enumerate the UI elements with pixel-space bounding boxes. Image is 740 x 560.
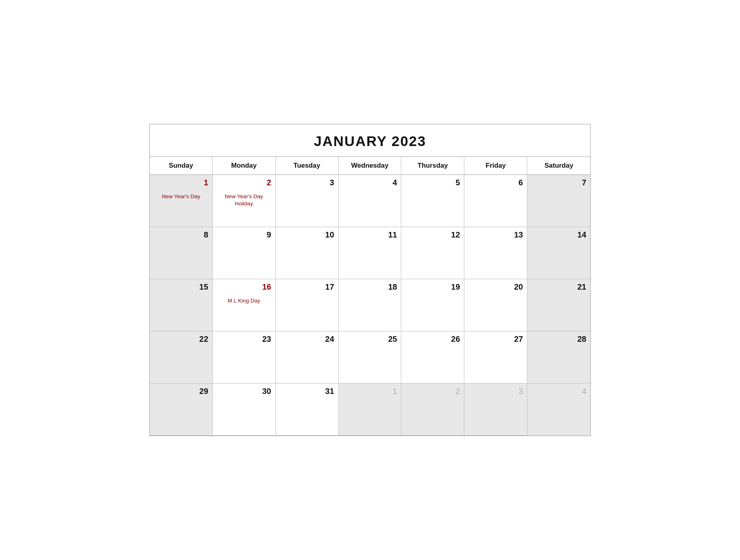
day-header-tuesday: Tuesday [276, 157, 339, 174]
event-label: New Year's Day [154, 193, 208, 200]
day-number: 16 [217, 282, 271, 292]
calendar-cell[interactable]: 22 [150, 331, 213, 383]
day-number: 28 [531, 335, 586, 344]
calendar-cell[interactable]: 25 [339, 331, 402, 383]
calendar: JANUARY 2023 SundayMondayTuesdayWednesda… [149, 124, 591, 436]
calendar-cell[interactable]: 17 [276, 279, 339, 331]
day-number: 4 [343, 178, 397, 187]
day-number: 2 [217, 178, 271, 187]
day-number: 18 [343, 282, 397, 292]
calendar-cell[interactable]: 28 [527, 331, 590, 383]
day-number: 3 [280, 178, 334, 187]
calendar-cell[interactable]: 20 [464, 279, 527, 331]
calendar-cell[interactable]: 2New Year's Day Holiday [213, 175, 276, 227]
calendar-cell[interactable]: 10 [276, 227, 339, 279]
calendar-cell[interactable]: 23 [213, 331, 276, 383]
calendar-cell[interactable]: 9 [213, 227, 276, 279]
calendar-cell[interactable]: 6 [464, 175, 527, 227]
day-number: 15 [154, 282, 208, 292]
day-number: 3 [468, 387, 523, 396]
calendar-grid: 1New Year's Day2New Year's Day Holiday34… [150, 175, 590, 436]
calendar-cell[interactable]: 14 [527, 227, 590, 279]
day-number: 20 [468, 282, 523, 292]
calendar-cell[interactable]: 21 [527, 279, 590, 331]
day-number: 24 [280, 335, 334, 344]
event-label: M L King Day [217, 297, 271, 304]
calendar-cell[interactable]: 27 [464, 331, 527, 383]
calendar-cell[interactable]: 13 [464, 227, 527, 279]
day-number: 7 [531, 178, 586, 187]
day-number: 17 [280, 282, 334, 292]
calendar-cell[interactable]: 4 [527, 383, 590, 436]
day-number: 12 [405, 230, 460, 239]
calendar-cell[interactable]: 30 [213, 383, 276, 436]
day-number: 30 [217, 387, 271, 396]
day-number: 8 [154, 230, 208, 239]
day-number: 22 [154, 335, 208, 344]
day-header-wednesday: Wednesday [339, 157, 402, 174]
calendar-cell[interactable]: 16M L King Day [213, 279, 276, 331]
day-number: 1 [343, 387, 397, 396]
calendar-cell[interactable]: 3 [276, 175, 339, 227]
calendar-cell[interactable]: 3 [464, 383, 527, 436]
calendar-cell[interactable]: 1New Year's Day [150, 175, 213, 227]
calendar-cell[interactable]: 29 [150, 383, 213, 436]
day-number: 19 [405, 282, 460, 292]
calendar-cell[interactable]: 26 [401, 331, 464, 383]
calendar-cell[interactable]: 5 [401, 175, 464, 227]
calendar-cell[interactable]: 19 [401, 279, 464, 331]
calendar-cell[interactable]: 8 [150, 227, 213, 279]
day-number: 29 [154, 387, 208, 396]
day-number: 11 [343, 230, 397, 239]
calendar-cell[interactable]: 31 [276, 383, 339, 436]
calendar-cell[interactable]: 2 [401, 383, 464, 436]
day-number: 2 [405, 387, 460, 396]
day-number: 21 [531, 282, 586, 292]
day-number: 31 [280, 387, 334, 396]
day-number: 26 [405, 335, 460, 344]
calendar-cell[interactable]: 18 [339, 279, 402, 331]
calendar-title: JANUARY 2023 [150, 124, 590, 157]
calendar-cell[interactable]: 12 [401, 227, 464, 279]
day-number: 5 [405, 178, 460, 187]
day-header-friday: Friday [464, 157, 527, 174]
calendar-cell[interactable]: 11 [339, 227, 402, 279]
day-number: 6 [468, 178, 523, 187]
calendar-header: SundayMondayTuesdayWednesdayThursdayFrid… [150, 157, 590, 175]
day-header-saturday: Saturday [527, 157, 590, 174]
calendar-cell[interactable]: 15 [150, 279, 213, 331]
day-number: 1 [154, 178, 208, 187]
day-number: 9 [217, 230, 271, 239]
day-number: 25 [343, 335, 397, 344]
calendar-cell[interactable]: 4 [339, 175, 402, 227]
day-header-thursday: Thursday [401, 157, 464, 174]
day-header-monday: Monday [213, 157, 276, 174]
calendar-cell[interactable]: 24 [276, 331, 339, 383]
day-number: 14 [531, 230, 586, 239]
event-label: New Year's Day Holiday [217, 193, 271, 207]
calendar-cell[interactable]: 1 [339, 383, 402, 436]
day-number: 4 [531, 387, 586, 396]
day-number: 13 [468, 230, 523, 239]
day-number: 27 [468, 335, 523, 344]
calendar-cell[interactable]: 7 [527, 175, 590, 227]
day-header-sunday: Sunday [150, 157, 213, 174]
day-number: 23 [217, 335, 271, 344]
day-number: 10 [280, 230, 334, 239]
